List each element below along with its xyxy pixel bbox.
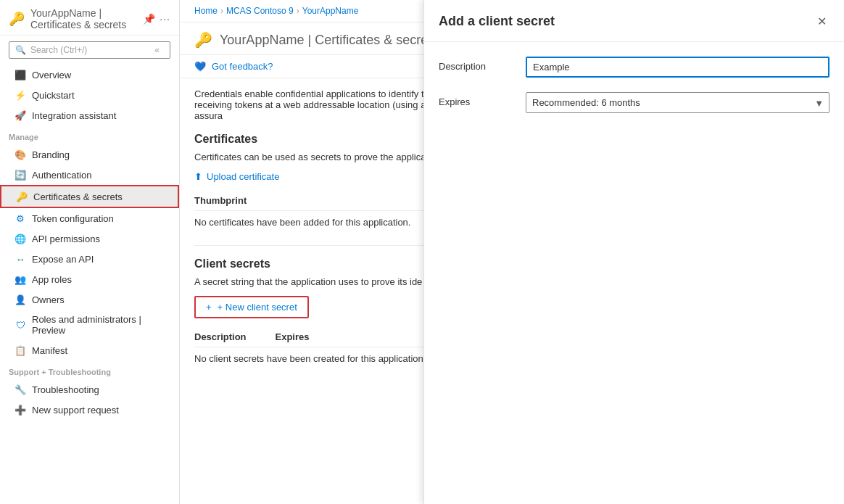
authentication-label: Authentication xyxy=(32,170,91,181)
panel-title: Add a client secret xyxy=(439,14,555,29)
roles-label: Roles and administrators | Preview xyxy=(32,314,170,336)
troubleshooting-label: Troubleshooting xyxy=(32,384,99,395)
integration-icon: 🚀 xyxy=(15,110,26,121)
upload-icon: ⬆ xyxy=(194,171,202,182)
app-title: YourAppName | Certificates & secrets xyxy=(30,7,137,30)
breadcrumb-sep-2: › xyxy=(297,6,299,16)
sidebar-item-roles-admins[interactable]: 🛡 Roles and administrators | Preview xyxy=(0,310,179,340)
expires-select[interactable]: Recommended: 6 months 3 months 12 months… xyxy=(526,92,829,113)
overview-icon: ⬛ xyxy=(15,69,26,80)
sidebar-item-api-permissions[interactable]: 🌐 API permissions xyxy=(0,228,179,249)
sidebar-item-overview[interactable]: ⬛ Overview xyxy=(0,65,179,85)
token-label: Token configuration xyxy=(32,213,114,224)
app-page-name: Certificates & secrets xyxy=(30,19,126,30)
sidebar-item-manifest[interactable]: 📋 Manifest xyxy=(0,340,179,360)
quickstart-icon: ⚡ xyxy=(15,89,26,101)
manage-section-label: Manage xyxy=(0,125,179,144)
sidebar: 🔑 YourAppName | Certificates & secrets 📌… xyxy=(0,0,180,504)
token-icon: ⚙ xyxy=(15,212,26,224)
search-placeholder: Search (Ctrl+/) xyxy=(30,45,87,55)
sidebar-item-branding[interactable]: 🎨 Branding xyxy=(0,144,179,165)
feedback-link[interactable]: Got feedback? xyxy=(212,61,273,72)
manifest-icon: 📋 xyxy=(15,344,26,356)
add-client-secret-panel: Add a client secret ✕ Description Expire… xyxy=(423,0,844,504)
expires-label: Expires xyxy=(439,92,511,107)
header-actions: 📌 ··· xyxy=(143,13,170,25)
search-icon: 🔍 xyxy=(15,45,26,55)
troubleshooting-icon: 🔧 xyxy=(15,384,26,395)
description-col: Description xyxy=(194,331,247,342)
panel-close-button[interactable]: ✕ xyxy=(814,12,829,31)
integration-label: Integration assistant xyxy=(32,110,116,121)
main-content: Home › MCAS Contoso 9 › YourAppName 🔑 Yo… xyxy=(180,0,844,504)
thumbprint-header: Thumbprint xyxy=(194,195,247,206)
new-secret-label: + New client secret xyxy=(218,302,297,313)
new-client-secret-button[interactable]: + + New client secret xyxy=(194,296,309,318)
roles-icon: 🛡 xyxy=(15,319,26,331)
feedback-icon: 💙 xyxy=(194,61,206,72)
support-icon: ➕ xyxy=(15,404,26,416)
app-icon: 🔑 xyxy=(9,11,25,27)
app-header: 🔑 YourAppName | Certificates & secrets 📌… xyxy=(0,0,179,36)
expose-label: Expose an API xyxy=(32,254,94,265)
api-label: API permissions xyxy=(32,234,100,244)
sidebar-item-app-roles[interactable]: 👥 App roles xyxy=(0,269,179,289)
owners-label: Owners xyxy=(32,294,65,305)
page-title: YourAppName | Certificates & secrets xyxy=(220,33,438,48)
sidebar-item-expose-api[interactable]: ↔ Expose an API xyxy=(0,249,179,269)
sidebar-item-owners[interactable]: 👤 Owners xyxy=(0,289,179,310)
plus-icon: + xyxy=(206,302,212,313)
approles-label: App roles xyxy=(32,274,72,285)
certificates-icon: 🔑 xyxy=(16,191,28,202)
app-name-label: YourAppName xyxy=(30,7,96,19)
sidebar-item-integration-assistant[interactable]: 🚀 Integration assistant xyxy=(0,105,179,125)
description-field-wrapper xyxy=(526,57,829,78)
support-label: New support request xyxy=(32,405,119,416)
more-options-icon[interactable]: ··· xyxy=(160,13,170,25)
breadcrumb-app[interactable]: YourAppName xyxy=(302,6,359,16)
search-box[interactable]: 🔍 Search (Ctrl+/) « xyxy=(9,41,170,59)
api-icon: 🌐 xyxy=(15,233,26,244)
manifest-label: Manifest xyxy=(32,345,67,356)
overview-label: Overview xyxy=(32,70,71,80)
quickstart-label: Quickstart xyxy=(32,90,75,101)
description-input[interactable] xyxy=(526,57,829,78)
sidebar-item-troubleshooting[interactable]: 🔧 Troubleshooting xyxy=(0,379,179,400)
branding-label: Branding xyxy=(32,149,70,160)
expires-col: Expires xyxy=(276,331,310,342)
description-row: Description xyxy=(439,57,829,78)
expose-icon: ↔ xyxy=(15,253,26,265)
branding-icon: 🎨 xyxy=(15,149,26,160)
panel-header: Add a client secret ✕ xyxy=(424,0,844,42)
authentication-icon: 🔄 xyxy=(15,169,26,181)
collapse-button[interactable]: « xyxy=(154,45,160,55)
sidebar-item-support-request[interactable]: ➕ New support request xyxy=(0,400,179,420)
expires-select-wrapper: Recommended: 6 months 3 months 12 months… xyxy=(526,92,829,113)
upload-label: Upload certificate xyxy=(207,171,279,182)
support-section-label: Support + Troubleshooting xyxy=(0,360,179,379)
expires-row: Expires Recommended: 6 months 3 months 1… xyxy=(439,92,829,113)
description-label: Description xyxy=(439,57,511,72)
sidebar-item-certificates[interactable]: 🔑 Certificates & secrets xyxy=(0,185,179,208)
page-header-icon: 🔑 xyxy=(194,31,212,49)
breadcrumb-home[interactable]: Home xyxy=(194,6,218,16)
breadcrumb-mcas[interactable]: MCAS Contoso 9 xyxy=(226,6,294,16)
sidebar-item-authentication[interactable]: 🔄 Authentication xyxy=(0,165,179,185)
certificates-label: Certificates & secrets xyxy=(33,191,123,202)
sidebar-item-quickstart[interactable]: ⚡ Quickstart xyxy=(0,85,179,105)
approles-icon: 👥 xyxy=(15,273,26,285)
sidebar-item-token-config[interactable]: ⚙ Token configuration xyxy=(0,208,179,228)
pin-icon[interactable]: 📌 xyxy=(143,13,155,25)
panel-body: Description Expires Recommended: 6 month… xyxy=(424,42,844,128)
breadcrumb-sep-1: › xyxy=(220,6,223,16)
owners-icon: 👤 xyxy=(15,294,26,305)
